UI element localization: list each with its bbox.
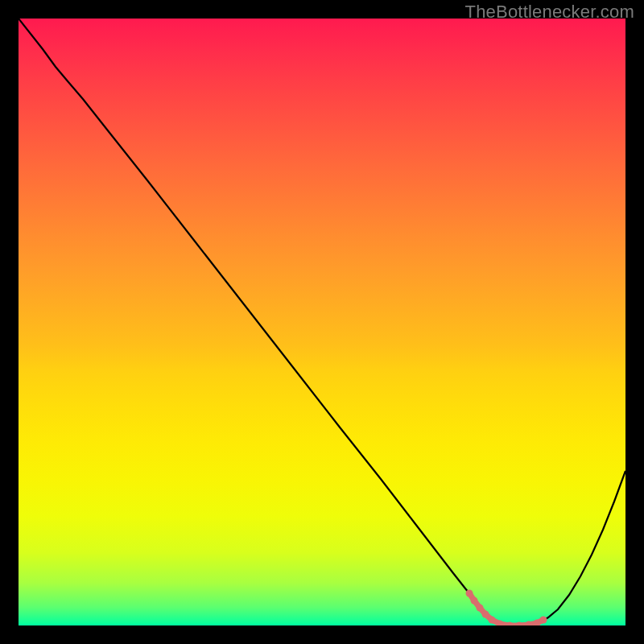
chart-svg [19, 19, 625, 625]
svg-point-13 [482, 611, 489, 618]
watermark-text: TheBottlenecker.com [465, 2, 634, 23]
svg-point-20 [540, 617, 547, 624]
valley-markers [466, 590, 547, 626]
svg-point-12 [477, 605, 484, 612]
svg-point-14 [489, 617, 496, 624]
svg-point-17 [516, 622, 523, 626]
svg-point-10 [466, 590, 473, 597]
svg-point-11 [471, 597, 478, 605]
chart-plot-area [19, 19, 625, 625]
bottleneck-curve [19, 19, 625, 625]
